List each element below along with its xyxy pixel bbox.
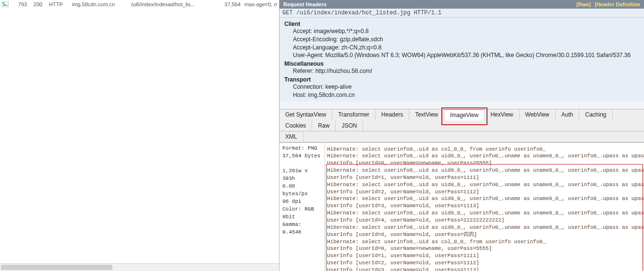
image-preview-console: Hibernate: select userinfo0_.uid as col_… — [325, 143, 644, 271]
image-file-icon — [2, 1, 9, 8]
header-definitions-link[interactable]: [Header Definition — [595, 1, 640, 7]
connection-header: Connection: keep-alive — [284, 83, 639, 91]
console-line: UserInfo [userId=3, userName=old, userPa… — [327, 202, 642, 210]
session-id: 793 — [12, 1, 27, 7]
session-url: /ui6/index/indexad/hot_lis... — [131, 1, 215, 7]
imageview-content: Format: PNG 37,564 bytes 1,201w x 393h 0… — [279, 142, 644, 271]
accept-language-header: Accept-Language: zh-CN,zh;q=0.8 — [284, 44, 639, 52]
request-headers-title: Request Headers — [283, 1, 327, 7]
svg-rect-0 — [2, 1, 9, 7]
console-line: Hibernate: select userinfo0_.uid as uid0… — [327, 195, 642, 202]
request-headers-bar: Request Headers [Raw] [Header Definition — [279, 0, 644, 9]
sessions-panel: 793 200 HTTP img.58cdn.com.cn /ui6/index… — [0, 0, 279, 271]
scrollbar-thumb[interactable] — [1, 265, 112, 270]
console-line: Hibernate: select userinfo0_.uid as uid0… — [327, 210, 642, 217]
session-host: img.58cdn.com.cn — [72, 1, 127, 7]
raw-link[interactable]: [Raw] — [576, 1, 591, 7]
tab-transformer[interactable]: Transformer — [332, 109, 376, 120]
host-header: Host: img.58cdn.com.cn — [284, 91, 639, 99]
session-protocol: HTTP — [49, 1, 68, 7]
request-raw-line: GET /ui6/index/indexad/hot_listed.jpg HT… — [279, 9, 644, 18]
transport-group-title: Transport — [284, 76, 639, 83]
session-size: 37,564 — [219, 1, 241, 7]
tab-cookies[interactable]: Cookies — [279, 120, 312, 131]
svg-rect-1 — [3, 2, 4, 4]
tab-headers[interactable]: Headers — [376, 109, 409, 120]
tab-auth[interactable]: Auth — [556, 109, 580, 120]
tab-raw[interactable]: Raw — [312, 120, 336, 131]
console-line: UserInfo [userId=8, userName=old, userPa… — [327, 231, 642, 238]
session-status: 200 — [31, 1, 45, 7]
console-line: UserInfo [userId=3, userName=old, userPa… — [327, 267, 642, 271]
console-line: UserInfo [userId=0, userName=newname, us… — [327, 245, 642, 252]
console-line: UserInfo [userId=2, userName=old, userPa… — [327, 259, 642, 267]
tab-json[interactable]: JSON — [336, 120, 363, 131]
tab-syntaxview[interactable]: Get SyntaxView — [279, 109, 332, 120]
console-line: UserInfo [userId=1, userName=old, userPa… — [327, 174, 642, 181]
meta-bytes: 37,564 bytes — [282, 153, 322, 160]
referer-header: Referer: http://huizhou.58.com/ — [284, 67, 639, 75]
console-line: UserInfo [userId=2, userName=old, userPa… — [327, 189, 642, 196]
tab-imageview[interactable]: ImageView — [444, 109, 485, 120]
inspector-panel: Request Headers [Raw] [Header Definition… — [279, 0, 644, 271]
session-row[interactable]: 793 200 HTTP img.58cdn.com.cn /ui6/index… — [0, 0, 279, 9]
tab-textview[interactable]: TextView — [409, 109, 444, 120]
console-line: Hibernate: select userinfo0_.uid as uid0… — [327, 167, 642, 174]
console-line: Hibernate: select userinfo0_.uid as col_… — [327, 238, 642, 246]
console-line: Hibernate: select userinfo0_.uid as col_… — [327, 146, 642, 153]
response-tabs: Get SyntaxView Transformer Headers TextV… — [279, 109, 644, 131]
console-line: Hibernate: select userinfo0_.uid as uid0… — [327, 224, 642, 231]
user-agent-header: User-Agent: Mozilla/5.0 (Windows NT 6.3;… — [284, 51, 639, 59]
tab-hexview[interactable]: HexView — [485, 109, 519, 120]
meta-format: Format: PNG — [282, 145, 322, 153]
meta-gamma: Gamma: 0.4546 — [282, 221, 322, 236]
meta-bpp: 0.08 bytes/px — [282, 183, 322, 198]
misc-group-title: Miscellaneous — [284, 60, 639, 67]
session-cache: max-age=0, must-r — [244, 1, 277, 7]
horizontal-scrollbar[interactable] — [0, 263, 279, 271]
console-line: UserInfo [userId=0, userName=newname, us… — [327, 160, 642, 167]
meta-blank — [282, 160, 322, 167]
meta-dpi: 96 dpi — [282, 198, 322, 206]
client-group-title: Client — [284, 21, 639, 27]
tab-xml[interactable]: XML — [279, 131, 304, 142]
headers-block: Client Accept: image/webp,*/*;q=0.8 Acce… — [279, 18, 644, 101]
response-tabs-row2: XML — [279, 131, 644, 142]
console-line: Hibernate: select userinfo0_.uid as uid0… — [327, 153, 642, 160]
tab-caching[interactable]: Caching — [579, 109, 612, 120]
response-tabs-wrap: Get SyntaxView Transformer Headers TextV… — [279, 109, 644, 142]
image-meta-panel: Format: PNG 37,564 bytes 1,201w x 393h 0… — [279, 143, 325, 271]
meta-dims: 1,201w x 393h — [282, 167, 322, 183]
console-line: UserInfo [userId=1, userName=old, userPa… — [327, 252, 642, 259]
console-line: Hibernate: select userinfo0_.uid as uid0… — [327, 181, 642, 189]
accept-header: Accept: image/webp,*/*;q=0.8 — [284, 27, 639, 35]
meta-color: Color: RGB 8bit — [282, 206, 322, 221]
accept-encoding-header: Accept-Encoding: gzip,deflate,sdch — [284, 35, 639, 44]
console-line: UserInfo [userId=4, userName=old, userPa… — [327, 217, 642, 224]
tab-webview[interactable]: WebView — [520, 109, 556, 120]
